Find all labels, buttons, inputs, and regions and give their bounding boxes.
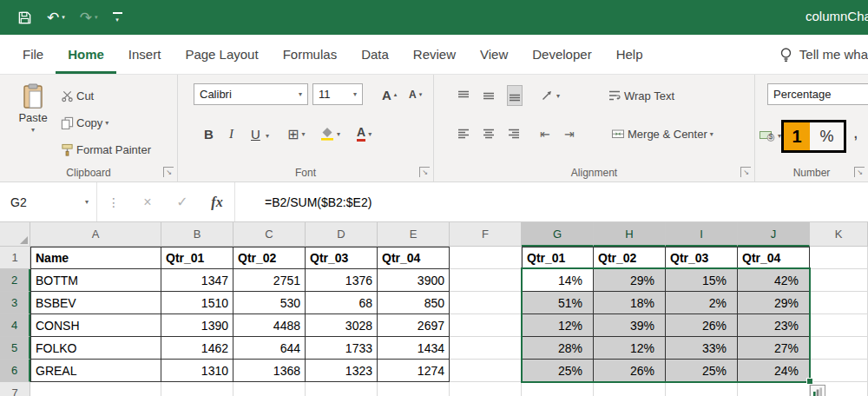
insert-function-icon[interactable]: fx	[200, 182, 234, 221]
cell-K5[interactable]	[810, 337, 868, 360]
cell-F2[interactable]	[450, 269, 522, 292]
cell-B5[interactable]: 1462	[161, 337, 233, 360]
cell-J3[interactable]: 29%	[738, 292, 810, 314]
tab-help[interactable]: Help	[604, 35, 655, 74]
cell-A6[interactable]: GREAL	[30, 360, 161, 382]
cell-H4[interactable]: 39%	[594, 314, 666, 337]
copy-button[interactable]: Copy ▾	[61, 112, 108, 133]
merge-center-button[interactable]: Merge & Center ▾	[611, 123, 713, 144]
save-button[interactable]	[17, 10, 32, 25]
cell-H7[interactable]	[594, 382, 666, 396]
increase-font-size-button[interactable]: A▴	[382, 84, 397, 105]
italic-button[interactable]: I	[229, 123, 233, 144]
cell-E7[interactable]	[378, 382, 450, 396]
cell-F5[interactable]	[450, 337, 522, 360]
row-header-5[interactable]: 5	[0, 337, 30, 360]
bold-button[interactable]: B	[204, 123, 214, 144]
font-name-select[interactable]: Calibri ▾	[194, 83, 308, 105]
cell-E3[interactable]: 850	[378, 292, 450, 314]
fill-handle[interactable]	[806, 378, 813, 385]
accounting-format-button[interactable]: $ ▾	[760, 125, 781, 146]
cell-I1[interactable]: Qtr_03	[666, 247, 738, 269]
cell-J2[interactable]: 42%	[738, 269, 810, 292]
row-header-1[interactable]: 1	[0, 247, 30, 269]
cell-E2[interactable]: 3900	[378, 269, 450, 292]
cell-A3[interactable]: BSBEV	[30, 292, 161, 314]
cell-D2[interactable]: 1376	[306, 269, 378, 292]
cell-B3[interactable]: 1510	[161, 292, 233, 314]
col-header-A[interactable]: A	[30, 222, 161, 247]
font-color-button[interactable]: A ▾	[357, 123, 372, 144]
tab-review[interactable]: Review	[401, 35, 468, 74]
cell-D5[interactable]: 1733	[306, 337, 378, 360]
cell-H3[interactable]: 18%	[594, 292, 666, 314]
cell-I7[interactable]	[666, 382, 738, 396]
borders-button[interactable]: ⊞ ▾	[287, 123, 305, 144]
cell-B7[interactable]	[161, 382, 233, 396]
number-format-select[interactable]: Percentage ▾	[767, 83, 868, 105]
tab-view[interactable]: View	[468, 35, 520, 74]
font-size-select[interactable]: 11 ▾	[312, 83, 363, 105]
row-header-3[interactable]: 3	[0, 292, 30, 314]
cell-D3[interactable]: 68	[306, 292, 378, 314]
cell-G1[interactable]: Qtr_01	[522, 247, 594, 269]
cell-F6[interactable]	[450, 360, 522, 382]
top-align-button[interactable]	[457, 85, 470, 106]
cell-K2[interactable]	[810, 269, 868, 292]
cell-C5[interactable]: 644	[233, 337, 306, 360]
comma-style-button[interactable]: ,	[853, 122, 858, 142]
cell-G5[interactable]: 28%	[522, 337, 594, 360]
cell-A1[interactable]: Name	[30, 247, 161, 269]
align-left-button[interactable]	[457, 123, 470, 144]
col-header-G[interactable]: G	[522, 222, 594, 247]
row-header-7[interactable]: 7	[0, 382, 30, 396]
col-header-C[interactable]: C	[233, 222, 306, 247]
orientation-button[interactable]: ▾	[540, 85, 560, 106]
clipboard-dialog-launcher[interactable]: ↘	[163, 167, 174, 177]
cell-H2[interactable]: 29%	[594, 269, 666, 292]
tab-formulas[interactable]: Formulas	[271, 35, 350, 74]
cell-E4[interactable]: 2697	[378, 314, 450, 337]
middle-align-button[interactable]	[482, 85, 496, 106]
number-dialog-launcher[interactable]: ↘	[854, 167, 865, 177]
cell-F4[interactable]	[450, 314, 522, 337]
cell-B1[interactable]: Qtr_01	[161, 247, 233, 269]
cell-K4[interactable]	[810, 314, 868, 337]
col-header-H[interactable]: H	[594, 222, 666, 247]
cell-B6[interactable]: 1310	[161, 360, 233, 382]
cell-D6[interactable]: 1323	[306, 360, 378, 382]
decrease-font-size-button[interactable]: A▾	[409, 84, 422, 105]
cell-A2[interactable]: BOTTM	[30, 269, 161, 292]
cell-B2[interactable]: 1347	[161, 269, 233, 292]
cell-H1[interactable]: Qtr_02	[594, 247, 666, 269]
tab-insert[interactable]: Insert	[116, 35, 174, 74]
customize-quick-access-button[interactable]: ▾	[113, 12, 122, 23]
formula-input[interactable]: =B2/SUM($B2:$E2)	[234, 182, 868, 221]
font-dialog-launcher[interactable]: ↘	[419, 167, 430, 177]
tab-page-layout[interactable]: Page Layout	[173, 35, 270, 74]
cell-E1[interactable]: Qtr_04	[378, 247, 450, 269]
format-painter-button[interactable]: Format Painter	[61, 139, 151, 160]
col-header-F[interactable]: F	[450, 222, 522, 247]
cell-D7[interactable]	[306, 382, 378, 396]
tab-file[interactable]: File	[10, 35, 56, 74]
cell-F7[interactable]	[450, 382, 522, 396]
cell-J4[interactable]: 23%	[738, 314, 810, 337]
tab-data[interactable]: Data	[349, 35, 401, 74]
cell-I6[interactable]: 25%	[666, 360, 738, 382]
cell-J5[interactable]: 27%	[738, 337, 810, 360]
cell-I4[interactable]: 26%	[666, 314, 738, 337]
cell-K6[interactable]	[810, 360, 868, 382]
cancel-icon[interactable]: ×	[130, 182, 165, 221]
enter-icon[interactable]: ✓	[165, 182, 200, 221]
cell-G4[interactable]: 12%	[522, 314, 594, 337]
cell-G6[interactable]: 25%	[522, 360, 594, 382]
cell-C1[interactable]: Qtr_02	[233, 247, 306, 269]
align-right-button[interactable]	[507, 123, 521, 144]
cell-K1[interactable]	[810, 247, 868, 269]
row-header-2[interactable]: 2	[0, 269, 30, 292]
col-header-B[interactable]: B	[161, 222, 233, 247]
row-header-6[interactable]: 6	[0, 360, 30, 382]
name-box[interactable]: G2 ▾	[0, 182, 97, 221]
cell-B4[interactable]: 1390	[161, 314, 233, 337]
